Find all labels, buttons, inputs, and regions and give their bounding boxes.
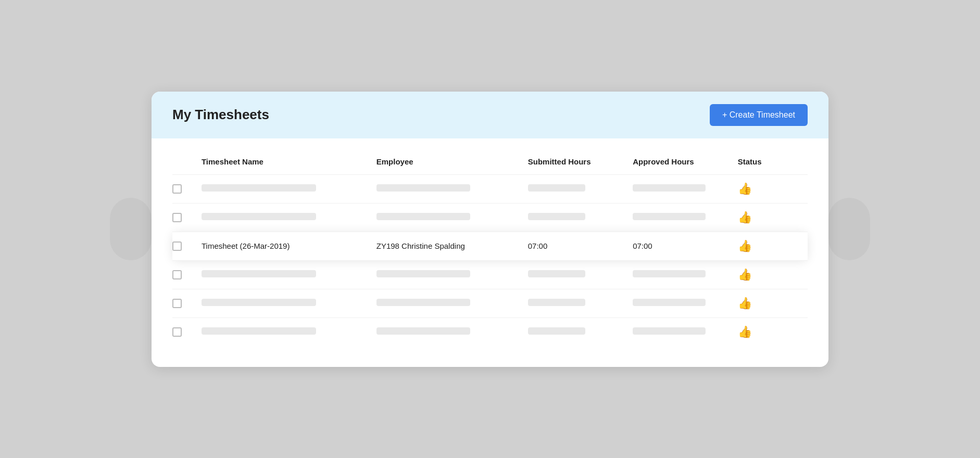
active-row-status-cell: 👍 bbox=[738, 232, 808, 260]
row-name-cell bbox=[202, 174, 376, 203]
active-row-name: Timesheet (26-Mar-2019) bbox=[202, 241, 290, 250]
row-submitted-cell bbox=[528, 289, 633, 317]
col-header-name: Timesheet Name bbox=[202, 149, 376, 175]
placeholder-approved bbox=[633, 299, 706, 306]
page-title: My Timesheets bbox=[172, 107, 269, 123]
placeholder-approved bbox=[633, 184, 706, 192]
placeholder-approved bbox=[633, 327, 706, 335]
row-status-cell: 👍 bbox=[738, 317, 808, 346]
row-employee-cell bbox=[376, 174, 528, 203]
active-table-row: Timesheet (26-Mar-2019) ZY198 Christine … bbox=[172, 232, 808, 260]
placeholder-submitted bbox=[528, 270, 585, 277]
row-status-cell: 👍 bbox=[738, 260, 808, 289]
col-header-status: Status bbox=[738, 149, 808, 175]
thumbs-up-icon: 👍 bbox=[738, 297, 752, 310]
table-row: 👍 bbox=[172, 317, 808, 346]
placeholder-employee bbox=[376, 184, 470, 192]
placeholder-approved bbox=[633, 213, 706, 220]
table-area: Timesheet Name Employee Submitted Hours … bbox=[152, 138, 828, 367]
create-timesheet-button[interactable]: + Create Timesheet bbox=[710, 104, 808, 126]
placeholder-name bbox=[202, 270, 316, 277]
row-approved-cell bbox=[633, 260, 737, 289]
placeholder-employee bbox=[376, 270, 470, 277]
row-approved-cell bbox=[633, 317, 737, 346]
thumbs-up-approved-icon: 👍 bbox=[738, 239, 752, 252]
active-row-employee-cell: ZY198 Christine Spalding bbox=[376, 232, 528, 260]
thumbs-up-icon: 👍 bbox=[738, 211, 752, 224]
active-row-checkbox[interactable] bbox=[172, 241, 182, 251]
table-row: 👍 bbox=[172, 289, 808, 317]
card-header: My Timesheets + Create Timesheet bbox=[152, 92, 828, 138]
row-name-cell bbox=[202, 260, 376, 289]
row-approved-cell bbox=[633, 174, 737, 203]
placeholder-submitted bbox=[528, 213, 585, 220]
thumbs-up-icon: 👍 bbox=[738, 325, 752, 338]
placeholder-submitted bbox=[528, 184, 585, 192]
col-header-checkbox bbox=[172, 149, 202, 175]
row-checkbox[interactable] bbox=[172, 184, 182, 194]
placeholder-name bbox=[202, 327, 316, 335]
scroll-left-indicator bbox=[110, 198, 152, 260]
placeholder-submitted bbox=[528, 327, 585, 335]
row-checkbox[interactable] bbox=[172, 270, 182, 279]
placeholder-employee bbox=[376, 327, 470, 335]
thumbs-up-icon: 👍 bbox=[738, 268, 752, 281]
placeholder-approved bbox=[633, 270, 706, 277]
row-checkbox[interactable] bbox=[172, 327, 182, 337]
row-name-cell bbox=[202, 317, 376, 346]
active-row-submitted-hours: 07:00 bbox=[528, 241, 548, 250]
placeholder-name bbox=[202, 299, 316, 306]
row-checkbox-cell bbox=[172, 317, 202, 346]
row-checkbox[interactable] bbox=[172, 299, 182, 308]
active-row-employee: ZY198 Christine Spalding bbox=[376, 241, 465, 250]
active-row-approved-cell: 07:00 bbox=[633, 232, 737, 260]
placeholder-employee bbox=[376, 299, 470, 306]
active-row-name-cell: Timesheet (26-Mar-2019) bbox=[202, 232, 376, 260]
table-header: Timesheet Name Employee Submitted Hours … bbox=[172, 149, 808, 175]
table-row: 👍 bbox=[172, 174, 808, 203]
timesheets-table: Timesheet Name Employee Submitted Hours … bbox=[172, 149, 808, 346]
row-status-cell: 👍 bbox=[738, 289, 808, 317]
row-submitted-cell bbox=[528, 260, 633, 289]
row-approved-cell bbox=[633, 289, 737, 317]
col-header-approved: Approved Hours bbox=[633, 149, 737, 175]
active-row-checkbox-cell bbox=[172, 232, 202, 260]
placeholder-name bbox=[202, 184, 316, 192]
placeholder-submitted bbox=[528, 299, 585, 306]
table-row: 👍 bbox=[172, 203, 808, 232]
row-employee-cell bbox=[376, 260, 528, 289]
row-checkbox-cell bbox=[172, 260, 202, 289]
row-checkbox-cell bbox=[172, 289, 202, 317]
row-employee-cell bbox=[376, 317, 528, 346]
col-header-employee: Employee bbox=[376, 149, 528, 175]
active-row-submitted-cell: 07:00 bbox=[528, 232, 633, 260]
table-body: 👍 bbox=[172, 174, 808, 346]
placeholder-name bbox=[202, 213, 316, 220]
placeholder-employee bbox=[376, 213, 470, 220]
table-row: 👍 bbox=[172, 260, 808, 289]
active-row-approved-hours: 07:00 bbox=[633, 241, 652, 250]
row-submitted-cell bbox=[528, 317, 633, 346]
main-card: My Timesheets + Create Timesheet Timeshe… bbox=[152, 92, 828, 367]
row-status-cell: 👍 bbox=[738, 203, 808, 232]
row-submitted-cell bbox=[528, 203, 633, 232]
row-checkbox-cell bbox=[172, 203, 202, 232]
row-submitted-cell bbox=[528, 174, 633, 203]
row-checkbox[interactable] bbox=[172, 213, 182, 222]
row-status-cell: 👍 bbox=[738, 174, 808, 203]
row-employee-cell bbox=[376, 203, 528, 232]
page-wrapper: My Timesheets + Create Timesheet Timeshe… bbox=[125, 92, 855, 367]
row-name-cell bbox=[202, 289, 376, 317]
row-employee-cell bbox=[376, 289, 528, 317]
row-checkbox-cell bbox=[172, 174, 202, 203]
col-header-submitted: Submitted Hours bbox=[528, 149, 633, 175]
row-approved-cell bbox=[633, 203, 737, 232]
thumbs-up-icon: 👍 bbox=[738, 182, 752, 195]
row-name-cell bbox=[202, 203, 376, 232]
scroll-right-indicator bbox=[828, 198, 870, 260]
